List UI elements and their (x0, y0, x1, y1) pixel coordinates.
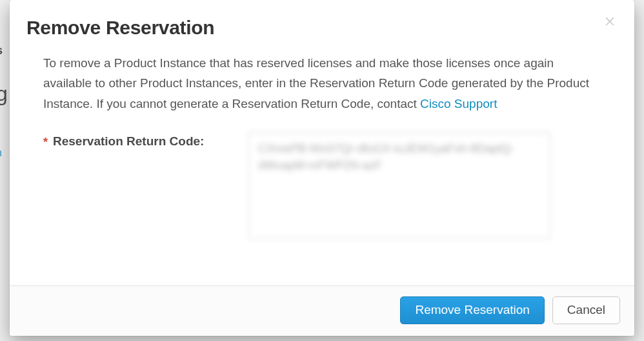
modal-description: To remove a Product Instance that has re… (43, 53, 601, 114)
cisco-support-link[interactable]: Cisco Support (420, 97, 497, 110)
return-code-label-wrap: * Reservation Return Code: (43, 132, 237, 149)
required-asterisk: * (43, 136, 48, 148)
return-code-row: * Reservation Return Code: CXmePB-WxS7Qr… (43, 132, 601, 239)
modal-header: Remove Reservation (10, 0, 634, 46)
description-text: To remove a Product Instance that has re… (43, 56, 589, 110)
modal-footer: Remove Reservation Cancel (10, 285, 634, 336)
close-button[interactable] (601, 12, 619, 30)
return-code-input[interactable]: CXmePB-WxS7Qr-dfuGX-tuJEW1yaFvh-8DaptQ-d… (248, 132, 550, 239)
modal-body: To remove a Product Instance that has re… (10, 46, 634, 285)
modal-title: Remove Reservation (26, 17, 609, 39)
close-icon (603, 14, 616, 27)
remove-reservation-modal: Remove Reservation To remove a Product I… (10, 0, 634, 336)
return-code-label: Reservation Return Code: (53, 134, 204, 149)
cancel-button[interactable]: Cancel (552, 296, 620, 324)
background-hint: n (0, 147, 2, 159)
remove-reservation-button[interactable]: Remove Reservation (400, 296, 544, 324)
background-hint: g (0, 82, 8, 106)
background-hint: s (0, 44, 3, 57)
